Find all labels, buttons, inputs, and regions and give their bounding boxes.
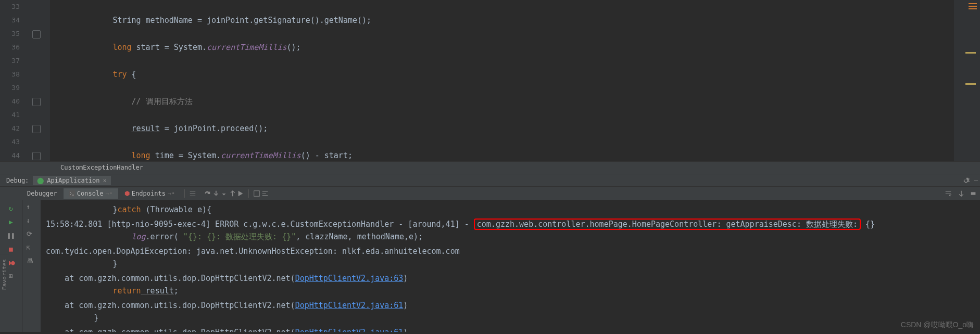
fold-icon[interactable] bbox=[32, 152, 41, 160]
print-icon[interactable] bbox=[970, 190, 977, 197]
debug-label: Debug: bbox=[2, 177, 33, 184]
tab-debugger[interactable]: Debugger bbox=[22, 188, 62, 199]
debug-toolbar: Debug: ⬤ ApiApplication × — bbox=[0, 174, 980, 186]
step-icon[interactable] bbox=[220, 190, 228, 197]
console-tabs-bar: Debugger Console →• ⬢Endpoints →• bbox=[0, 186, 980, 200]
watermark: CSDN @哎呦喂O_o嗨 bbox=[901, 320, 974, 330]
svg-rect-2 bbox=[971, 192, 976, 195]
up-icon[interactable]: ↑ bbox=[27, 203, 37, 213]
expand-icon[interactable]: ⇱ bbox=[27, 243, 37, 254]
menu-icon[interactable] bbox=[969, 3, 977, 9]
tab-endpoints[interactable]: ⬢Endpoints →• bbox=[119, 188, 180, 199]
list-icon[interactable] bbox=[189, 190, 196, 197]
trace-icon[interactable] bbox=[261, 190, 269, 197]
svg-rect-1 bbox=[254, 190, 260, 196]
step-over-icon[interactable] bbox=[204, 190, 211, 197]
minimize-icon[interactable]: — bbox=[974, 176, 978, 184]
warning-marker[interactable] bbox=[965, 83, 976, 85]
code-editor[interactable]: 333435363738394041424344 String methodNa… bbox=[0, 0, 980, 161]
step-into-icon[interactable] bbox=[212, 190, 219, 197]
code-content[interactable]: String methodName = joinPoint.getSignatu… bbox=[50, 0, 954, 161]
step-toolbar: ↑ ↓ ⟳ ⇱ 🖶 bbox=[22, 200, 41, 332]
line-gutter: 333435363738394041424344 bbox=[0, 0, 25, 161]
filter-icon[interactable]: ⟳ bbox=[27, 230, 37, 240]
gear-icon[interactable] bbox=[962, 177, 970, 184]
step-out-icon[interactable] bbox=[229, 190, 236, 197]
warning-marker[interactable] bbox=[965, 52, 976, 54]
print-icon[interactable]: 🖶 bbox=[27, 257, 37, 267]
rerun-icon[interactable]: ↻ bbox=[6, 203, 16, 213]
fold-icon[interactable] bbox=[32, 125, 41, 133]
fold-gutter[interactable] bbox=[25, 0, 50, 161]
evaluate-icon[interactable] bbox=[253, 190, 260, 197]
leaf-icon: ⬤ bbox=[37, 177, 44, 184]
stop-icon[interactable]: ■ bbox=[6, 243, 16, 254]
resume-icon[interactable]: ▶ bbox=[6, 216, 16, 227]
fold-icon[interactable] bbox=[32, 30, 41, 38]
debug-tab-app[interactable]: ⬤ ApiApplication × bbox=[33, 176, 110, 185]
down-icon[interactable]: ↓ bbox=[27, 216, 37, 227]
minimap[interactable] bbox=[954, 0, 980, 161]
console-icon bbox=[69, 190, 75, 197]
fold-icon[interactable] bbox=[32, 98, 41, 106]
run-cursor-icon[interactable] bbox=[237, 190, 244, 197]
sidebar-favorites[interactable]: Favorites bbox=[0, 255, 9, 294]
wrap-icon[interactable] bbox=[945, 190, 952, 197]
tab-console[interactable]: Console →• bbox=[64, 188, 118, 199]
close-icon[interactable]: × bbox=[103, 177, 107, 184]
svg-rect-0 bbox=[69, 190, 75, 197]
pause-icon[interactable]: ❚❚ bbox=[6, 230, 16, 240]
scroll-icon[interactable] bbox=[957, 190, 964, 197]
